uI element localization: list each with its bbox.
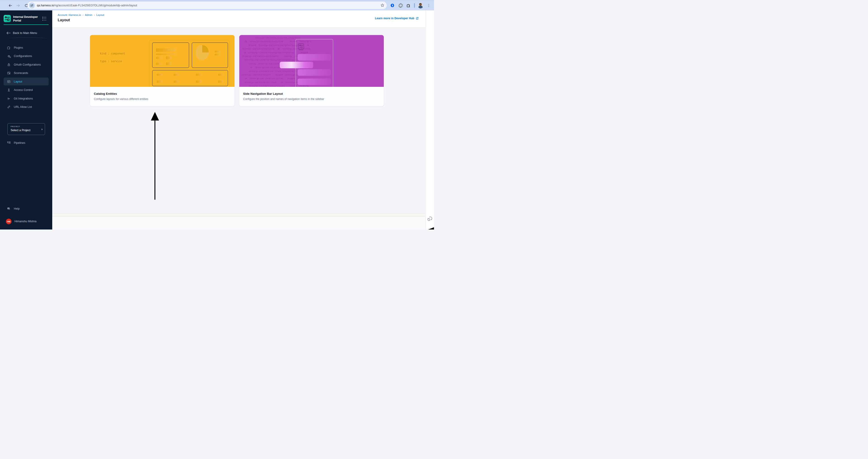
feedback-chat-button[interactable] (427, 217, 433, 223)
mock-nav-bar-highlighted (280, 62, 313, 68)
chat-bubbles-icon (427, 217, 433, 222)
card-title: Catalog Entities (94, 92, 117, 95)
project-selector-value: Select a Project (11, 129, 31, 132)
sidebar-item-label: Layout (14, 80, 22, 83)
catalog-entities-illustration: kind : component type : service (90, 35, 235, 87)
sidebar-item-scorecards[interactable]: Scorecards (4, 69, 49, 77)
learn-more-link[interactable]: Learn more in Developer Hub (375, 17, 418, 20)
chevron-separator-icon: › (94, 13, 95, 16)
breadcrumb-admin[interactable]: Admin (85, 13, 93, 16)
lock-icon (7, 63, 11, 66)
sidebar-item-label: OAuth Configurations (14, 63, 41, 66)
pipelines-label: Pipelines (14, 141, 25, 144)
left-arrow-icon (6, 31, 11, 35)
mock-pie-chart (196, 45, 209, 60)
1password-icon (390, 3, 395, 8)
right-gutter (425, 10, 434, 230)
back-to-main-menu-button[interactable]: Back to Main Menu (6, 30, 37, 36)
mock-nav-bar (298, 54, 331, 61)
harness-idp-logo (4, 15, 11, 22)
side-nav-illustration: /drone/go-scm/scm/driver/gitee/integrati… (239, 35, 384, 87)
toolbar-separator (414, 3, 415, 8)
breadcrumb: Account: Harness.io › Admin › Layout (58, 13, 104, 16)
profile-photo (418, 3, 423, 8)
user-avatar: HM (6, 219, 11, 224)
side-navigation-bar-layout-card[interactable]: /drone/go-scm/scm/driver/gitee/integrati… (239, 35, 384, 106)
svg-text:?: ? (8, 207, 9, 209)
project-selector-label: PROJECT (11, 126, 20, 128)
mock-table-panel (152, 70, 228, 86)
user-profile[interactable]: HM Himanshu Mishra (4, 217, 49, 225)
sidebar-item-pipelines[interactable]: Pipelines (4, 139, 49, 147)
main-content: Account: Harness.io › Admin › Layout Lay… (52, 10, 434, 230)
mock-yaml-line: kind : component (100, 52, 125, 55)
browser-back-button[interactable] (6, 0, 14, 11)
sidebar-item-label: URL Allow List (14, 105, 32, 108)
annotation-arrow-shaft (154, 120, 155, 200)
mock-nav-bar (298, 69, 331, 76)
page-title: Layout (58, 18, 70, 22)
project-selector[interactable]: PROJECT Select a Project › (7, 123, 45, 135)
spinner-icon (399, 3, 403, 8)
browser-menu-button[interactable]: ⋮ (426, 2, 432, 8)
sidebar-item-access-control[interactable]: Access Control (4, 86, 49, 94)
sidebar-item-plugins[interactable]: Plugins (4, 44, 49, 52)
card-description: Configure layouts for various different … (94, 97, 148, 101)
scorecard-icon (7, 71, 11, 75)
sidebar: Internal Developer Portal Back to Main M… (0, 10, 52, 230)
cursor-artifact (428, 227, 434, 230)
url-path: /ng/account/zEaak-FLS425IEO7OLzMUg/modul… (54, 4, 137, 7)
site-settings-icon[interactable] (29, 2, 35, 8)
teal-divider (4, 25, 49, 25)
help-label: Help (14, 207, 20, 210)
footer-area (52, 217, 425, 230)
browser-profile-button[interactable] (417, 2, 423, 8)
url-text: qa.harness.io/ng/account/zEaak-FLS425IEO… (37, 4, 137, 7)
bookmark-star-button[interactable] (380, 3, 384, 8)
browser-forward-button[interactable] (14, 0, 22, 11)
sidebar-item-url-allow-list[interactable]: URL Allow List (4, 103, 49, 111)
extension-1password-button[interactable] (390, 2, 395, 8)
sidebar-divider (7, 37, 48, 39)
sidebar-item-git-integrations[interactable]: Git Integrations (4, 95, 49, 102)
mock-layout-container (149, 40, 230, 87)
chevron-right-icon: › (41, 127, 42, 131)
sidebar-item-label: Plugins (14, 46, 23, 49)
mock-chart-panel (192, 42, 228, 68)
sidebar-item-label: Configurations (14, 55, 32, 58)
address-bar[interactable]: qa.harness.io/ng/account/zEaak-FLS425IEO… (27, 2, 387, 9)
sidebar-item-oauth-configurations[interactable]: OAuth Configurations (4, 61, 49, 68)
sidebar-item-layout[interactable]: Layout (4, 77, 49, 86)
kebab-menu-icon: ⋮ (427, 3, 431, 7)
link-icon (7, 105, 11, 109)
user-name: Himanshu Mishra (14, 220, 36, 223)
sidebar-item-configurations[interactable]: ⚙⚙ Configurations (4, 52, 49, 60)
footer-band (52, 214, 425, 217)
mock-nav-bar (298, 78, 331, 85)
layout-icon (7, 80, 11, 84)
pipelines-icon (7, 141, 11, 145)
back-arrow-icon (8, 4, 12, 7)
module-switcher-button[interactable] (42, 17, 46, 21)
url-host: qa.harness.io (37, 4, 54, 7)
sidebar-nav: Plugins ⚙⚙ Configurations OAuth Configur… (0, 44, 52, 111)
product-title: Internal Developer Portal (13, 15, 42, 22)
card-description: Configure the position and names of navi… (243, 97, 324, 101)
branch-arrows-icon (7, 97, 11, 100)
learn-more-label: Learn more in Developer Hub (375, 17, 414, 20)
extensions-menu-button[interactable] (405, 2, 411, 8)
sidebar-item-help[interactable]: ? Help (4, 205, 49, 212)
browser-toolbar: qa.harness.io/ng/account/zEaak-FLS425IEO… (0, 0, 434, 10)
mock-info-panel (152, 42, 189, 68)
mock-yaml-line: type : service (100, 60, 122, 63)
extension-spinner-button[interactable] (398, 2, 403, 8)
catalog-entities-card[interactable]: kind : component type : service (90, 35, 235, 106)
person-icon (7, 88, 11, 92)
chevron-separator-icon: › (83, 13, 84, 16)
breadcrumb-account[interactable]: Account: Harness.io (58, 13, 81, 16)
plugin-icon (7, 46, 11, 50)
sidebar-item-label: Scorecards (14, 71, 28, 75)
sidebar-item-label: Access Control (14, 89, 33, 92)
breadcrumb-layout[interactable]: Layout (96, 13, 104, 16)
forward-arrow-icon (16, 4, 20, 7)
